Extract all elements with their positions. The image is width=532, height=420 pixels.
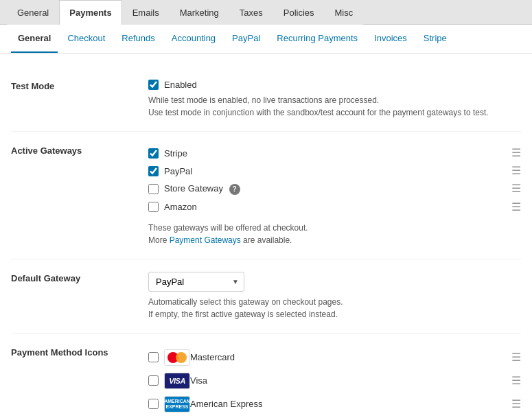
top-tabs: General Payments Emails Marketing Taxes … xyxy=(0,0,532,25)
tab-general[interactable]: General xyxy=(7,0,59,25)
active-gateways-label: Active Gateways xyxy=(11,144,148,156)
test-mode-help: While test mode is enabled, no live tran… xyxy=(148,94,521,119)
tab-payments[interactable]: Payments xyxy=(59,0,122,25)
gateway-store-row: Store Gateway ? ☰ xyxy=(148,180,521,198)
gateway-paypal-name: PayPal xyxy=(164,166,505,176)
gateway-note-text1: These gateways will be offered at checko… xyxy=(148,223,308,233)
subtab-refunds[interactable]: Refunds xyxy=(115,25,161,53)
gateway-store-drag[interactable]: ☰ xyxy=(511,183,521,194)
payment-gateways-link[interactable]: Payment Gateways xyxy=(170,235,241,245)
amex-text: AMERICANEXPRESS xyxy=(164,399,190,409)
amex-label: American Express xyxy=(190,399,505,409)
icon-visa-row: VISA Visa ☰ xyxy=(148,369,521,393)
default-gateway-help: Automatically select this gateway on che… xyxy=(148,296,521,320)
gateway-paypal-checkbox[interactable] xyxy=(148,166,159,176)
test-mode-checkbox-label: Enabled xyxy=(164,80,197,90)
amex-icon: AMERICANEXPRESS xyxy=(164,396,190,412)
payment-method-icons-label: Payment Method Icons xyxy=(11,346,148,358)
tab-taxes[interactable]: Taxes xyxy=(229,0,273,25)
gateway-stripe-name: Stripe xyxy=(164,148,505,159)
visa-label: Visa xyxy=(190,375,505,386)
active-gateways-control: Stripe ☰ PayPal ☰ Store Gateway ? ☰ xyxy=(148,144,521,246)
amex-drag[interactable]: ☰ xyxy=(511,399,521,410)
test-mode-help-text1: While test mode is enabled, no live tran… xyxy=(148,95,379,105)
gateway-paypal-row: PayPal ☰ xyxy=(148,162,521,180)
visa-icon: VISA xyxy=(164,373,190,389)
icon-amex-checkbox[interactable] xyxy=(148,399,159,409)
icon-mastercard-row: Mastercard ☰ xyxy=(148,346,521,369)
settings-area: Test Mode Enabled While test mode is ena… xyxy=(0,54,532,420)
default-gateway-help-text2: If empty, the first active gateway is se… xyxy=(148,310,338,319)
default-gateway-select[interactable]: PayPal Stripe Store Gateway Amazon xyxy=(148,272,244,292)
gateway-note-more: More xyxy=(148,235,170,245)
tab-emails[interactable]: Emails xyxy=(122,0,170,25)
visa-drag[interactable]: ☰ xyxy=(511,375,521,386)
default-gateway-row: Default Gateway PayPal Stripe Store Gate… xyxy=(11,259,521,334)
gateway-stripe-checkbox[interactable] xyxy=(148,148,159,159)
test-mode-control: Enabled While test mode is enabled, no l… xyxy=(148,80,521,119)
test-mode-checkbox[interactable] xyxy=(148,80,159,90)
store-gateway-help-icon[interactable]: ? xyxy=(229,184,240,195)
subtab-checkout[interactable]: Checkout xyxy=(60,25,112,53)
subtab-paypal[interactable]: PayPal xyxy=(225,25,267,53)
mastercard-icon xyxy=(164,349,190,366)
test-mode-help-text2: Use test mode in conjunction with the sa… xyxy=(148,108,489,117)
tab-policies[interactable]: Policies xyxy=(273,0,325,25)
test-mode-label: Test Mode xyxy=(11,80,148,91)
mastercard-label: Mastercard xyxy=(190,352,505,362)
main-content: General Checkout Refunds Accounting PayP… xyxy=(0,25,532,420)
subtab-stripe[interactable]: Stripe xyxy=(417,25,454,53)
sub-tabs: General Checkout Refunds Accounting PayP… xyxy=(0,25,532,54)
test-mode-row: Test Mode Enabled While test mode is ena… xyxy=(11,67,521,132)
gateway-store-checkbox[interactable] xyxy=(148,184,159,194)
gateway-paypal-drag[interactable]: ☰ xyxy=(511,165,521,176)
subtab-invoices[interactable]: Invoices xyxy=(367,25,414,53)
default-gateway-label: Default Gateway xyxy=(11,272,148,283)
test-mode-checkbox-row: Enabled xyxy=(148,80,521,90)
icon-amex-row: AMERICANEXPRESS American Express ☰ xyxy=(148,393,521,416)
payment-method-icons-row: Payment Method Icons Mastercard ☰ VISA xyxy=(11,334,521,421)
gateway-stripe-row: Stripe ☰ xyxy=(148,144,521,162)
mastercard-drag[interactable]: ☰ xyxy=(511,352,521,363)
active-gateways-row: Active Gateways Stripe ☰ PayPal ☰ Store … xyxy=(11,132,521,259)
default-gateway-help-text1: Automatically select this gateway on che… xyxy=(148,297,343,307)
payment-method-icons-control: Mastercard ☰ VISA Visa ☰ AMERICANEXPRESS xyxy=(148,346,521,416)
default-gateway-control: PayPal Stripe Store Gateway Amazon ▼ Aut… xyxy=(148,272,521,320)
gateway-amazon-name: Amazon xyxy=(164,202,505,212)
tab-misc[interactable]: Misc xyxy=(325,0,364,25)
tab-marketing[interactable]: Marketing xyxy=(170,0,229,25)
mc-right-circle xyxy=(176,352,187,363)
subtab-accounting[interactable]: Accounting xyxy=(165,25,222,53)
gateway-amazon-checkbox[interactable] xyxy=(148,202,159,212)
icon-mastercard-checkbox[interactable] xyxy=(148,352,159,362)
gateway-store-name: Store Gateway ? xyxy=(164,183,505,195)
subtab-recurring-payments[interactable]: Recurring Payments xyxy=(270,25,365,53)
gateway-list-note: These gateways will be offered at checko… xyxy=(148,222,521,246)
gateway-stripe-drag[interactable]: ☰ xyxy=(511,148,521,159)
visa-text: VISA xyxy=(169,377,185,385)
subtab-general[interactable]: General xyxy=(11,25,58,53)
gateway-note-text2: are available. xyxy=(243,235,292,245)
default-gateway-select-wrapper: PayPal Stripe Store Gateway Amazon ▼ xyxy=(148,272,244,292)
gateway-amazon-drag[interactable]: ☰ xyxy=(511,202,521,213)
icon-visa-checkbox[interactable] xyxy=(148,375,159,386)
gateway-amazon-row: Amazon ☰ xyxy=(148,198,521,216)
